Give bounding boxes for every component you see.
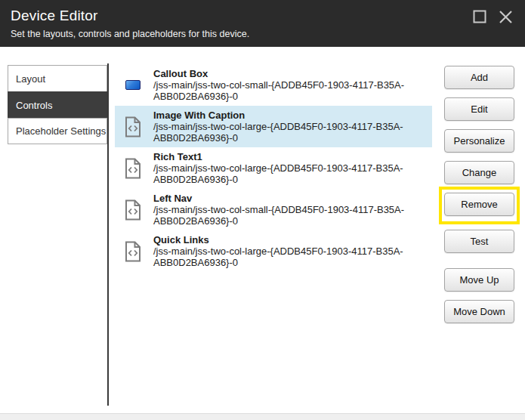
edit-button[interactable]: Edit xyxy=(444,97,514,121)
tab-layout[interactable]: Layout xyxy=(8,65,107,91)
close-button[interactable] xyxy=(496,9,514,27)
controls-list: Callout Box /jss-main/jss-two-col-small-… xyxy=(115,64,432,272)
code-file-icon xyxy=(124,116,142,137)
close-icon xyxy=(499,10,513,27)
control-path: /jss-main/jss-two-col-large-{ADDB45F0-19… xyxy=(153,121,432,144)
dialog-footer-strip xyxy=(0,413,525,420)
move-up-button[interactable]: Move Up xyxy=(444,268,514,292)
control-path: /jss-main/jss-two-col-large-{ADDB45F0-19… xyxy=(153,162,432,185)
code-file-icon xyxy=(124,158,142,179)
control-name: Left Nav xyxy=(153,193,432,204)
device-editor-dialog: Device Editor Set the layouts, controls … xyxy=(0,0,525,420)
tab-placeholder-settings-label: Placeholder Settings xyxy=(16,125,106,137)
control-name: Rich Text1 xyxy=(153,151,432,162)
list-item-callout-box[interactable]: Callout Box /jss-main/jss-two-col-small-… xyxy=(115,64,432,106)
code-file-icon xyxy=(124,199,142,221)
list-item-quick-links[interactable]: Quick Links /jss-main/jss-two-col-large-… xyxy=(115,230,432,272)
dialog-titlebar: Device Editor Set the layouts, controls … xyxy=(0,0,525,47)
dialog-subtitle: Set the layouts, controls and placeholde… xyxy=(11,29,249,39)
list-item-left-nav[interactable]: Left Nav /jss-main/jss-two-col-small-{AD… xyxy=(115,189,432,230)
dialog-title: Device Editor xyxy=(11,8,98,24)
blue-button-thumbnail-icon xyxy=(124,80,142,90)
add-button[interactable]: Add xyxy=(444,66,514,89)
tab-placeholder-settings[interactable]: Placeholder Settings xyxy=(8,118,107,144)
control-name: Image With Caption xyxy=(153,110,432,121)
remove-button[interactable]: Remove xyxy=(444,193,514,216)
test-button[interactable]: Test xyxy=(444,230,514,253)
list-item-rich-text1[interactable]: Rich Text1 /jss-main/jss-two-col-large-{… xyxy=(115,147,432,189)
panel-divider xyxy=(107,63,109,406)
maximize-icon xyxy=(473,10,486,26)
personalize-button[interactable]: Personalize xyxy=(444,129,514,153)
change-button[interactable]: Change xyxy=(444,161,514,184)
control-name: Callout Box xyxy=(153,68,432,79)
tab-controls-label: Controls xyxy=(16,100,52,111)
control-path: /jss-main/jss-two-col-large-{ADDB45F0-19… xyxy=(153,246,432,268)
move-down-button[interactable]: Move Down xyxy=(444,300,514,323)
control-path: /jss-main/jss-two-col-small-{ADDB45F0-19… xyxy=(153,204,432,227)
code-file-icon xyxy=(124,241,142,262)
tab-layout-label: Layout xyxy=(16,73,45,85)
control-name: Quick Links xyxy=(153,234,432,246)
maximize-button[interactable] xyxy=(471,9,489,27)
control-path: /jss-main/jss-two-col-small-{ADDB45F0-19… xyxy=(153,79,432,102)
list-item-image-with-caption[interactable]: Image With Caption /jss-main/jss-two-col… xyxy=(115,106,432,147)
tab-controls[interactable]: Controls xyxy=(8,91,107,118)
sidebar-tabs: Layout Controls Placeholder Settings xyxy=(8,65,107,144)
